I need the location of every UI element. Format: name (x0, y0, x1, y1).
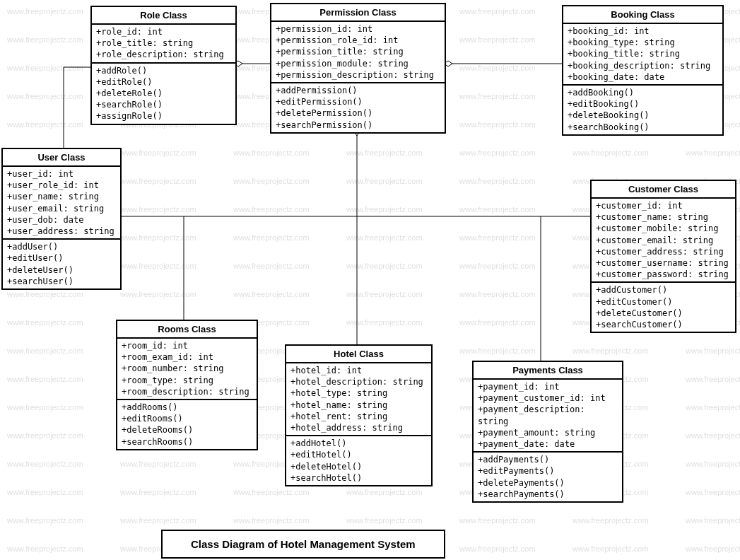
diagram-canvas: www.freeprojectz.comwww.freeprojectz.com… (0, 0, 740, 560)
watermark-text: www.freeprojectz.com (346, 148, 423, 157)
watermark-text: www.freeprojectz.com (346, 290, 423, 298)
watermark-text: www.freeprojectz.com (686, 460, 740, 468)
watermark-text: www.freeprojectz.com (459, 262, 536, 270)
watermark-text: www.freeprojectz.com (233, 516, 310, 525)
watermark-text: www.freeprojectz.com (7, 460, 83, 468)
class-attrs: +booking_id: int+booking_type: string+bo… (563, 24, 722, 86)
watermark-text: www.freeprojectz.com (459, 35, 536, 44)
diagram-title: Class Diagram of Hotel Management System (161, 530, 445, 559)
class-attrs: +hotel_id: int+hotel_description: string… (286, 363, 431, 436)
watermark-text: www.freeprojectz.com (686, 516, 740, 525)
watermark-text: www.freeprojectz.com (686, 403, 740, 412)
watermark-text: www.freeprojectz.com (459, 346, 536, 355)
watermark-text: www.freeprojectz.com (7, 403, 83, 412)
watermark-text: www.freeprojectz.com (572, 516, 649, 525)
watermark-text: www.freeprojectz.com (7, 346, 83, 355)
watermark-text: www.freeprojectz.com (7, 431, 83, 440)
class-title: Hotel Class (286, 346, 431, 363)
watermark-text: www.freeprojectz.com (120, 488, 196, 496)
class-methods: +addRole()+editRole()+deleteRole()+searc… (92, 64, 235, 124)
class-methods: +addHotel()+editHotel()+deleteHotel()+se… (286, 436, 431, 485)
class-role: Role Class +role_id: int+role_title: str… (90, 6, 237, 125)
class-title: Role Class (92, 7, 235, 25)
class-customer: Customer Class +customer_id: int+custome… (590, 180, 736, 333)
class-title: Booking Class (563, 6, 722, 24)
watermark-text: www.freeprojectz.com (346, 516, 423, 525)
watermark-text: www.freeprojectz.com (7, 488, 83, 496)
watermark-text: www.freeprojectz.com (686, 375, 740, 383)
watermark-text: www.freeprojectz.com (346, 488, 423, 496)
class-rooms: Rooms Class +room_id: int+room_exam_id: … (116, 320, 258, 450)
watermark-text: www.freeprojectz.com (346, 177, 423, 185)
class-user: User Class +user_id: int+user_role_id: i… (1, 148, 122, 290)
watermark-text: www.freeprojectz.com (120, 233, 196, 242)
watermark-text: www.freeprojectz.com (459, 92, 536, 100)
watermark-text: www.freeprojectz.com (120, 516, 196, 525)
class-methods: +addBooking()+editBooking()+deleteBookin… (563, 86, 722, 134)
class-payments: Payments Class +payment_id: int+payment_… (472, 361, 623, 503)
watermark-text: www.freeprojectz.com (686, 148, 740, 157)
watermark-text: www.freeprojectz.com (7, 318, 83, 327)
watermark-text: www.freeprojectz.com (572, 544, 649, 553)
watermark-text: www.freeprojectz.com (459, 148, 536, 157)
watermark-text: www.freeprojectz.com (233, 488, 310, 496)
watermark-text: www.freeprojectz.com (686, 431, 740, 440)
watermark-text: www.freeprojectz.com (7, 516, 83, 525)
watermark-text: www.freeprojectz.com (686, 544, 740, 553)
class-attrs: +room_id: int+room_exam_id: int+room_num… (117, 339, 257, 400)
class-methods: +addRooms()+editRooms()+deleteRooms()+se… (117, 400, 257, 449)
watermark-text: www.freeprojectz.com (572, 346, 649, 355)
watermark-text: www.freeprojectz.com (346, 262, 423, 270)
class-methods: +addCustomer()+editCustomer()+deleteCust… (592, 283, 735, 332)
watermark-text: www.freeprojectz.com (7, 544, 83, 553)
class-booking: Booking Class +booking_id: int+booking_t… (562, 5, 724, 136)
watermark-text: www.freeprojectz.com (459, 233, 536, 242)
watermark-text: www.freeprojectz.com (7, 7, 83, 16)
watermark-text: www.freeprojectz.com (7, 120, 83, 129)
class-methods: +addPermission()+editPermission()+delete… (271, 83, 445, 132)
class-title: Payments Class (474, 362, 622, 380)
watermark-text: www.freeprojectz.com (233, 205, 310, 214)
watermark-text: www.freeprojectz.com (459, 544, 536, 553)
watermark-text: www.freeprojectz.com (459, 120, 536, 129)
watermark-text: www.freeprojectz.com (459, 64, 536, 72)
class-title: User Class (3, 149, 120, 167)
class-title: Permission Class (271, 4, 445, 22)
watermark-text: www.freeprojectz.com (346, 318, 423, 327)
watermark-text: www.freeprojectz.com (7, 375, 83, 383)
watermark-text: www.freeprojectz.com (233, 290, 310, 298)
class-hotel: Hotel Class +hotel_id: int+hotel_descrip… (285, 344, 433, 486)
class-permission: Permission Class +permission_id: int+per… (270, 3, 446, 134)
class-title: Customer Class (592, 181, 735, 199)
watermark-text: www.freeprojectz.com (346, 205, 423, 214)
watermark-text: www.freeprojectz.com (459, 177, 536, 185)
watermark-text: www.freeprojectz.com (120, 290, 196, 298)
class-attrs: +customer_id: int+customer_name: string+… (592, 199, 735, 283)
class-attrs: +permission_id: int+permission_role_id: … (271, 22, 445, 83)
watermark-text: www.freeprojectz.com (120, 205, 196, 214)
watermark-text: www.freeprojectz.com (686, 488, 740, 496)
watermark-text: www.freeprojectz.com (459, 7, 536, 16)
watermark-text: www.freeprojectz.com (233, 148, 310, 157)
watermark-text: www.freeprojectz.com (120, 460, 196, 468)
watermark-text: www.freeprojectz.com (346, 233, 423, 242)
class-methods: +addPayments()+editPayments()+deletePaym… (474, 453, 622, 501)
watermark-text: www.freeprojectz.com (7, 35, 83, 44)
class-attrs: +user_id: int+user_role_id: int+user_nam… (3, 167, 120, 240)
watermark-text: www.freeprojectz.com (459, 318, 536, 327)
watermark-text: www.freeprojectz.com (459, 516, 536, 525)
watermark-text: www.freeprojectz.com (459, 290, 536, 298)
watermark-text: www.freeprojectz.com (7, 64, 83, 72)
watermark-text: www.freeprojectz.com (120, 177, 196, 185)
watermark-text: www.freeprojectz.com (120, 262, 196, 270)
class-title: Rooms Class (117, 321, 257, 339)
watermark-text: www.freeprojectz.com (120, 148, 196, 157)
watermark-text: www.freeprojectz.com (233, 233, 310, 242)
watermark-text: www.freeprojectz.com (7, 92, 83, 100)
class-attrs: +payment_id: int+payment_customer_id: in… (474, 380, 622, 453)
class-methods: +addUser()+editUser()+deleteUser()+searc… (3, 240, 120, 288)
watermark-text: www.freeprojectz.com (572, 148, 649, 157)
watermark-text: www.freeprojectz.com (233, 177, 310, 185)
class-attrs: +role_id: int+role_title: string+role_de… (92, 25, 235, 64)
watermark-text: www.freeprojectz.com (686, 346, 740, 355)
